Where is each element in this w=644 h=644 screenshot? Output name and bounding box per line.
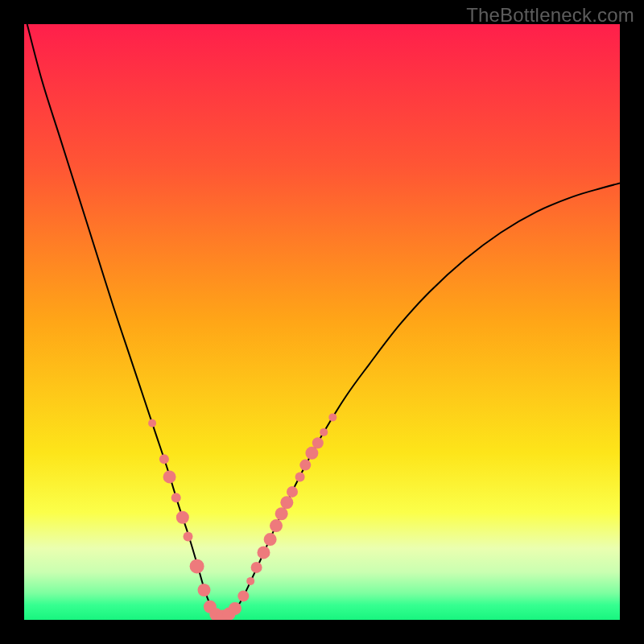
data-marker — [305, 447, 318, 460]
curve-layer — [24, 24, 620, 620]
data-marker — [320, 428, 328, 436]
data-marker — [184, 531, 193, 541]
data-marker — [148, 419, 156, 427]
data-marker — [246, 577, 254, 585]
data-marker — [171, 493, 181, 502]
data-marker — [280, 496, 293, 509]
data-marker — [264, 533, 277, 546]
data-marker — [328, 413, 336, 421]
data-marker — [190, 559, 204, 573]
data-marker — [163, 470, 176, 483]
data-marker — [275, 507, 288, 520]
data-marker — [237, 590, 249, 601]
data-marker — [295, 472, 305, 481]
plot-area — [24, 24, 620, 620]
data-marker — [287, 486, 298, 497]
data-marker — [299, 460, 311, 471]
data-marker — [159, 454, 169, 464]
data-marker — [312, 437, 324, 448]
marker-group — [148, 413, 336, 620]
watermark-text: TheBottleneck.com — [466, 4, 634, 27]
bottleneck-curve — [27, 24, 620, 618]
data-marker — [229, 602, 242, 615]
data-marker — [270, 519, 283, 532]
data-marker — [197, 584, 210, 597]
data-marker — [251, 562, 262, 573]
data-marker — [176, 511, 189, 524]
chart-frame: TheBottleneck.com — [0, 0, 644, 644]
data-marker — [257, 546, 270, 559]
